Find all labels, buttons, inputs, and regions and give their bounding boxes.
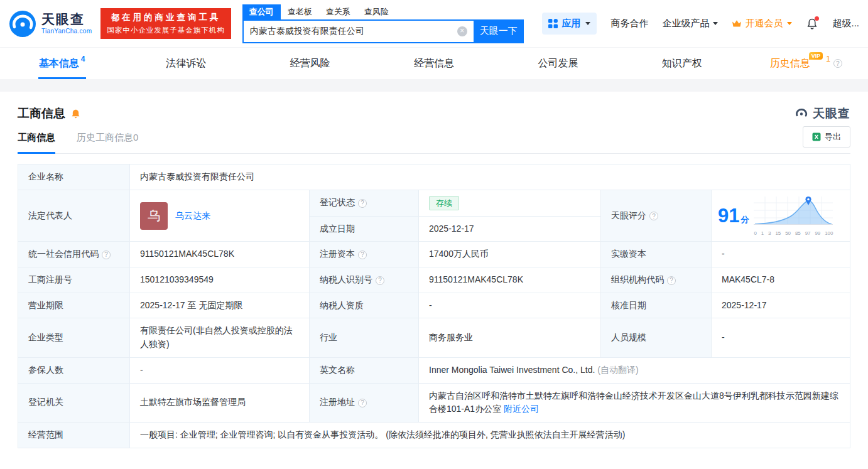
nearby-companies-link[interactable]: 附近公司 [504, 404, 539, 414]
search-area: 查公司 查老板 查关系 查风险 × 天眼一下 [242, 4, 524, 43]
company-type-label: 企业类型 [18, 318, 130, 357]
business-info-table: 企业名称 内蒙古泰威投资有限责任公司 法定代表人 乌 乌云达来 登记状态? 存续 [18, 164, 850, 448]
banner-line1: 都在用的商业查询工具 [107, 12, 225, 23]
tab-operation-risk-label: 经营风险 [290, 57, 330, 70]
search-tabs: 查公司 查老板 查关系 查风险 [242, 4, 524, 19]
tab-company-development[interactable]: 公司发展 [496, 48, 620, 79]
clear-search-icon[interactable]: × [457, 26, 467, 36]
taxpayer-id-label: 纳税人识别号? [310, 267, 419, 293]
tab-basic-info[interactable]: 基本信息 4 [0, 48, 124, 79]
top-menu: 应用 商务合作 企业级产品 开通会员 [542, 13, 859, 35]
taxpayer-id-value: 91150121MAK45CL78K [419, 267, 601, 293]
tab-intellectual-property[interactable]: 知识产权 [620, 48, 744, 79]
tab-basic-info-count: 4 [81, 55, 85, 63]
corner-logo-icon [794, 106, 809, 121]
industry-label: 行业 [310, 318, 419, 357]
search-tab-risk[interactable]: 查风险 [357, 4, 396, 19]
establish-date-value: 2025-12-17 [419, 216, 601, 242]
tianyancha-company-page: 天眼查 TianYanCha.com 都在用的商业查询工具 国家中小企业发展子基… [0, 0, 868, 448]
tab-history-info-count: 1 [826, 55, 830, 63]
tab-operation-risk[interactable]: 经营风险 [248, 48, 372, 79]
help-icon[interactable]: ? [102, 251, 111, 259]
promo-banner: 都在用的商业查询工具 国家中小企业发展子基金旗下机构 [100, 8, 231, 39]
score-axis-labels: 0131550859799100 [754, 231, 833, 236]
subscribe-bell-icon[interactable] [70, 109, 81, 119]
tab-operation-info[interactable]: 经营信息 [372, 48, 496, 79]
business-cooperation-link[interactable]: 商务合作 [610, 18, 648, 30]
export-button[interactable]: 导出 [803, 126, 850, 148]
search-tab-relation[interactable]: 查关系 [319, 4, 357, 19]
reg-address-label: 注册地址? [310, 383, 419, 422]
apps-label: 应用 [561, 18, 580, 30]
reg-capital-value: 17400万人民币 [419, 242, 601, 267]
row-business-scope: 经营范围 一般项目: 企业管理; 企业管理咨询; 以自有资金从事投资活动。 (除… [18, 422, 850, 448]
legal-rep-link[interactable]: 乌云达来 [175, 209, 210, 223]
help-icon[interactable]: ? [358, 399, 367, 407]
tianyancha-logo[interactable]: 天眼查 TianYanCha.com [9, 10, 92, 38]
tianyan-score-label: 天眼评分? [601, 190, 712, 242]
help-icon[interactable]: ? [667, 276, 676, 285]
approval-date-value: 2025-12-17 [712, 293, 850, 318]
section-divider [0, 79, 868, 92]
section-header: 工商信息 天眼查 [18, 92, 850, 122]
business-scope-label: 经营范围 [18, 422, 130, 448]
help-icon[interactable]: ? [649, 212, 658, 220]
tab-history-info-label: 历史信息 [770, 57, 810, 70]
enterprise-products-menu[interactable]: 企业级产品 [662, 18, 718, 30]
taxpayer-id-label-text: 纳税人识别号 [320, 274, 372, 284]
tianyan-score-value: 91分 [712, 190, 850, 242]
industry-value: 商务服务业 [419, 318, 601, 357]
notification-bell[interactable] [806, 18, 818, 30]
search-button[interactable]: 天眼一下 [474, 19, 524, 43]
reg-address-text: 内蒙古自治区呼和浩特市土默特左旗呼和浩特金山经济技术开发区金山大道8号伊利乳都科… [429, 391, 838, 414]
legal-rep-label: 法定代表人 [18, 190, 130, 242]
vip-membership-label: 开通会员 [745, 18, 783, 30]
subtabs: 工商信息 历史工商信息0 导出 [18, 132, 850, 154]
banner-line2: 国家中小企业发展子基金旗下机构 [107, 26, 225, 35]
company-name-label: 企业名称 [18, 164, 130, 190]
help-icon[interactable]: ? [376, 276, 384, 285]
business-info-section: 工商信息 天眼查 工商信息 历史工商信息0 [0, 92, 868, 448]
reg-capital-label-text: 注册资本 [320, 249, 355, 259]
company-section-tabs: 基本信息 4 法律诉讼 经营风险 经营信息 公司发展 知识产权 历史信息 VIP… [0, 48, 868, 79]
search-input[interactable] [244, 26, 457, 36]
org-code-label: 组织机构代码? [601, 267, 712, 293]
english-name-label: 英文名称 [310, 357, 419, 383]
subtab-business-info[interactable]: 工商信息 [18, 132, 55, 154]
legal-rep-avatar[interactable]: 乌 [140, 202, 168, 230]
subtab-history-business-info[interactable]: 历史工商信息0 [77, 132, 138, 153]
tab-legal-proceedings[interactable]: 法律诉讼 [124, 48, 247, 79]
vip-badge: VIP [809, 52, 823, 60]
row-legal-rep: 法定代表人 乌 乌云达来 登记状态? 存续 天眼评分? [18, 190, 850, 216]
business-cooperation-label: 商务合作 [610, 18, 648, 30]
reg-capital-label: 注册资本? [310, 242, 419, 267]
apps-menu[interactable]: 应用 [542, 13, 597, 35]
paid-capital-value: - [712, 242, 850, 267]
caret-down-icon [787, 22, 792, 25]
excel-icon [812, 132, 821, 141]
credit-code-label-text: 统一社会信用代码 [28, 249, 99, 259]
caret-down-icon [713, 22, 718, 25]
help-icon[interactable]: ? [833, 59, 842, 68]
help-icon[interactable]: ? [358, 199, 367, 208]
search-tab-boss[interactable]: 查老板 [281, 4, 319, 19]
english-name-value: Inner Mongolia Taiwei Investment Co., Lt… [419, 357, 850, 383]
vip-membership-menu[interactable]: 开通会员 [732, 18, 792, 30]
row-credit-code: 统一社会信用代码? 91150121MAK45CL78K 注册资本? 17400… [18, 242, 850, 267]
row-company-type: 企业类型 有限责任公司(非自然人投资或控股的法人独资) 行业 商务服务业 人员规… [18, 318, 850, 357]
tab-history-info[interactable]: 历史信息 VIP 1 ? [744, 48, 868, 79]
business-term-value: 2025-12-17 至 无固定期限 [130, 293, 310, 318]
search-tab-company[interactable]: 查公司 [242, 4, 281, 19]
establish-date-label: 成立日期 [310, 216, 419, 242]
tab-legal-proceedings-label: 法律诉讼 [166, 57, 206, 70]
score-distribution-chart: 0131550859799100 [754, 195, 833, 237]
help-icon[interactable]: ? [358, 251, 367, 259]
super-vip-menu[interactable]: 超级... [832, 18, 859, 30]
tab-intellectual-property-label: 知识产权 [662, 57, 702, 70]
corner-watermark-logo: 天眼查 [794, 105, 850, 122]
credit-code-value: 91150121MAK45CL78K [130, 242, 310, 267]
staff-size-value: - [712, 318, 850, 357]
tianyancha-logo-icon [9, 10, 36, 38]
org-code-value: MAK45CL7-8 [712, 267, 850, 293]
score-unit: 分 [741, 215, 749, 224]
